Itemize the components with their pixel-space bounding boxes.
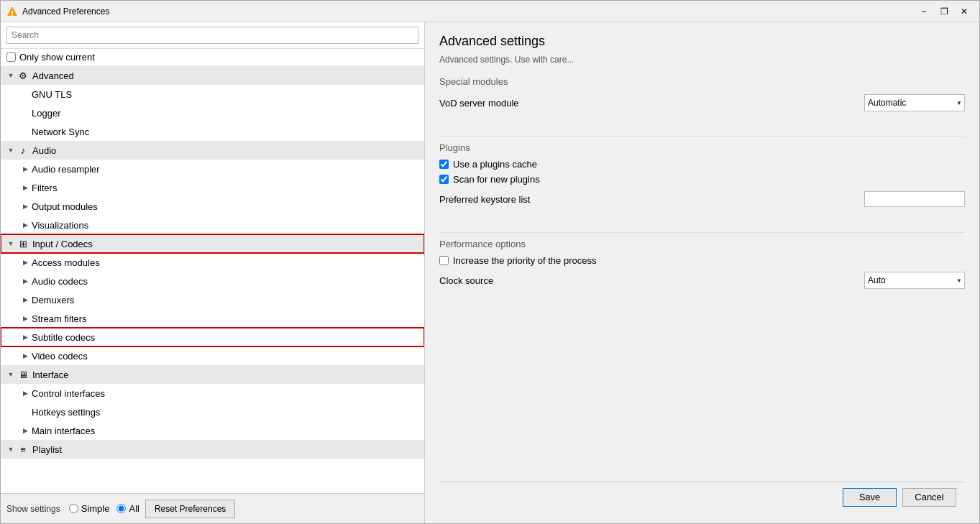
preferred-keystore-list-input[interactable]: [864, 191, 965, 207]
item-label: Audio codecs: [32, 276, 88, 287]
tree-item-gnu-tls[interactable]: GNU TLS: [1, 85, 424, 104]
item-icon: ♪: [17, 144, 29, 156]
tree-item-visualizations[interactable]: ▶Visualizations: [1, 216, 424, 234]
chevron-icon: [21, 408, 29, 416]
tree-item-audio-resampler[interactable]: ▶Audio resampler: [1, 160, 424, 178]
radio-all-label: All: [129, 503, 139, 514]
window-controls: − ❐ ✕: [915, 4, 974, 19]
only-current-label: Only show current: [19, 52, 95, 63]
app-icon: [6, 6, 18, 17]
item-label: Advanced: [32, 70, 74, 81]
section-special-modules-title: Special modules: [439, 76, 965, 87]
svg-rect-2: [12, 14, 13, 16]
item-icon: ≡: [17, 443, 29, 455]
tree-item-input-codecs[interactable]: ▼⊞Input / Codecs: [1, 234, 424, 253]
item-label: Control interfaces: [32, 388, 105, 399]
chevron-icon: ▶: [21, 295, 29, 304]
vod-server-module-select[interactable]: Automatic: [864, 94, 965, 111]
item-label: Hotkeys settings: [32, 407, 100, 418]
preferred-keystore-list-control: [864, 191, 965, 207]
chevron-icon: ▶: [21, 426, 29, 435]
item-icon: ⚙: [17, 70, 29, 81]
chevron-icon: ▶: [21, 389, 29, 397]
tree-item-subtitle-codecs[interactable]: ▶Subtitle codecs: [1, 328, 424, 346]
item-label: Stream filters: [32, 313, 87, 324]
tree-item-output-modules[interactable]: ▶Output modules: [1, 197, 424, 216]
preferred-keystore-list-label: Preferred keystore list: [439, 194, 864, 205]
close-button[interactable]: ✕: [955, 4, 974, 19]
chevron-icon: ▶: [21, 183, 29, 192]
tree-item-advanced[interactable]: ▼⚙Advanced: [1, 66, 424, 85]
tree-item-control-interfaces[interactable]: ▶Control interfaces: [1, 384, 424, 403]
restore-button[interactable]: ❐: [935, 4, 953, 19]
checkbox-use-plugins-cache: Use a plugins cache: [439, 159, 965, 170]
item-label: Demuxers: [32, 295, 74, 305]
item-icon: 🖥: [17, 369, 29, 380]
tree-item-logger[interactable]: Logger: [1, 104, 424, 122]
item-label: Output modules: [32, 201, 98, 212]
section-special-modules: Special modules VoD server module Automa…: [439, 76, 965, 117]
item-label: Main interfaces: [32, 426, 95, 436]
item-label: Playlist: [32, 444, 62, 455]
footer-bar: Save Cancel: [439, 482, 965, 512]
radio-all-input[interactable]: [116, 504, 126, 513]
checkbox-scan-new-plugins: Scan for new plugins: [439, 174, 965, 185]
save-button[interactable]: Save: [843, 488, 897, 507]
tree-item-audio[interactable]: ▼♪Audio: [1, 141, 424, 160]
field-vod-server-module: VoD server module Automatic: [439, 93, 965, 113]
window: Advanced Preferences − ❐ ✕ Only show cur…: [0, 0, 980, 524]
item-label: Interface: [32, 369, 69, 380]
title-bar: Advanced Preferences − ❐ ✕: [1, 1, 979, 22]
svg-rect-1: [12, 11, 13, 14]
reset-preferences-button[interactable]: Reset Preferences: [145, 500, 235, 518]
vod-server-module-control: Automatic: [864, 94, 965, 111]
chevron-icon: ▶: [21, 221, 29, 229]
tree-item-audio-codecs[interactable]: ▶Audio codecs: [1, 272, 424, 290]
minimize-button[interactable]: −: [915, 4, 933, 19]
tree-item-stream-filters[interactable]: ▶Stream filters: [1, 309, 424, 328]
only-current-row: Only show current: [1, 49, 424, 66]
increase-priority-checkbox[interactable]: [439, 256, 449, 265]
chevron-icon: ▶: [21, 165, 29, 173]
chevron-icon: [21, 127, 29, 136]
tree-item-filters[interactable]: ▶Filters: [1, 178, 424, 197]
tree-item-hotkeys-settings[interactable]: Hotkeys settings: [1, 403, 424, 421]
clock-source-select[interactable]: Auto: [864, 272, 965, 289]
field-clock-source: Clock source Auto: [439, 270, 965, 290]
chevron-icon: ▼: [6, 146, 15, 155]
radio-simple: Simple: [69, 503, 110, 514]
only-current-checkbox[interactable]: [6, 52, 16, 62]
divider-2: [439, 232, 965, 233]
item-label: Audio resampler: [32, 164, 100, 175]
search-bar: [1, 22, 424, 49]
section-performance-options: Performance options Increase the priorit…: [439, 239, 965, 295]
radio-simple-input[interactable]: [69, 504, 78, 513]
chevron-icon: ▼: [6, 71, 15, 80]
right-panel: Advanced settings Advanced settings. Use…: [425, 22, 979, 523]
item-label: Filters: [32, 183, 57, 193]
scan-new-plugins-label: Scan for new plugins: [453, 174, 540, 185]
window-title: Advanced Preferences: [22, 6, 915, 17]
tree-item-main-interfaces[interactable]: ▶Main interfaces: [1, 421, 424, 440]
clock-source-label: Clock source: [439, 275, 864, 286]
search-input[interactable]: [6, 27, 418, 44]
section-performance-options-title: Performance options: [439, 239, 965, 249]
cancel-button[interactable]: Cancel: [902, 488, 956, 507]
scan-new-plugins-checkbox[interactable]: [439, 175, 449, 184]
chevron-icon: ▶: [21, 351, 29, 360]
radio-group: Simple All: [69, 503, 139, 514]
section-plugins: Plugins Use a plugins cache Scan for new…: [439, 142, 965, 213]
chevron-icon: ▼: [6, 239, 15, 248]
tree-item-demuxers[interactable]: ▶Demuxers: [1, 290, 424, 309]
tree-container[interactable]: ▼⚙AdvancedGNU TLSLoggerNetwork Sync▼♪Aud…: [1, 66, 424, 493]
tree-item-access-modules[interactable]: ▶Access modules: [1, 253, 424, 272]
main-content: Only show current ▼⚙AdvancedGNU TLSLogge…: [1, 22, 979, 523]
spacer: [439, 308, 965, 482]
tree-item-video-codecs[interactable]: ▶Video codecs: [1, 346, 424, 365]
section-plugins-title: Plugins: [439, 142, 965, 153]
bottom-bar: Show settings Simple All Reset Preferenc…: [1, 493, 424, 523]
tree-item-interface[interactable]: ▼🖥Interface: [1, 365, 424, 384]
tree-item-network-sync[interactable]: Network Sync: [1, 122, 424, 141]
tree-item-playlist[interactable]: ▼≡Playlist: [1, 440, 424, 459]
use-plugins-cache-checkbox[interactable]: [439, 160, 449, 169]
